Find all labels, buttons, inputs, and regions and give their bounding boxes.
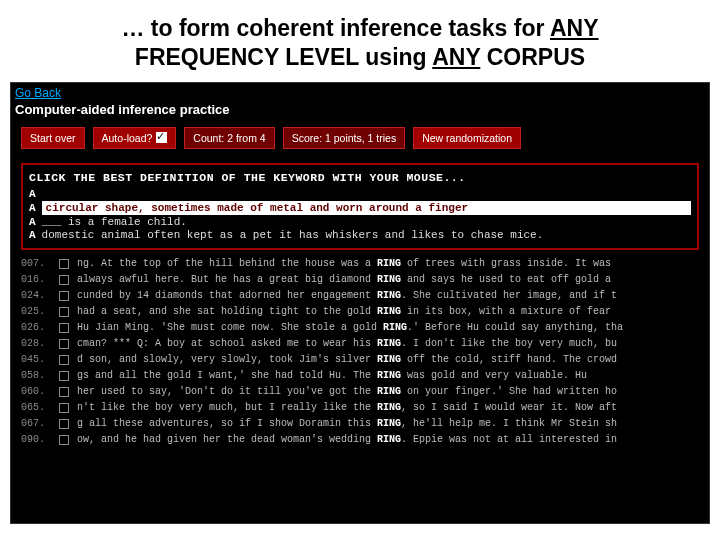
title-text-3: CORPUS (480, 44, 585, 70)
definition-option[interactable]: A (29, 188, 691, 200)
keyword: RING (377, 370, 401, 381)
line-checkbox[interactable] (59, 419, 69, 429)
definition-marker: A (29, 202, 36, 214)
concordance-row: 090.ow, and he had given her the dead wo… (21, 432, 699, 448)
line-checkbox[interactable] (59, 435, 69, 445)
line-checkbox[interactable] (59, 275, 69, 285)
line-number: 028. (21, 336, 51, 352)
concordance-row: 067.g all these adventures, so if I show… (21, 416, 699, 432)
definition-panel: CLICK THE BEST DEFINITION OF THE KEYWORD… (21, 163, 699, 250)
line-checkbox[interactable] (59, 339, 69, 349)
concordance-row: 065.n't like the boy very much, but I re… (21, 400, 699, 416)
score-display: Score: 1 points, 1 tries (283, 127, 405, 149)
definition-option[interactable]: Acircular shape, sometimes made of metal… (29, 201, 691, 215)
line-number: 016. (21, 272, 51, 288)
line-number: 007. (21, 256, 51, 272)
line-checkbox[interactable] (59, 355, 69, 365)
line-checkbox[interactable] (59, 403, 69, 413)
line-checkbox[interactable] (59, 291, 69, 301)
concordance-list: 007.ng. At the top of the hill behind th… (21, 256, 699, 448)
keyword: RING (377, 402, 401, 413)
auto-load-label: Auto-load? (102, 132, 153, 144)
definition-text: ___ is a female child. (42, 216, 187, 228)
line-number: 026. (21, 320, 51, 336)
concordance-row: 045.d son, and slowly, very slowly, took… (21, 352, 699, 368)
title-underline-1: ANY (550, 15, 599, 41)
line-checkbox[interactable] (59, 259, 69, 269)
concordance-row: 026.Hu Jian Ming. 'She must come now. Sh… (21, 320, 699, 336)
definition-marker: A (29, 188, 36, 200)
concordance-text: always awful here. But he has a great bi… (77, 272, 611, 288)
concordance-text: her used to say, 'Don't do it till you'v… (77, 384, 617, 400)
line-number: 065. (21, 400, 51, 416)
toolbar: Start over Auto-load? Count: 2 from 4 Sc… (11, 123, 709, 157)
definition-marker: A (29, 229, 36, 241)
go-back-link[interactable]: Go Back (11, 83, 65, 101)
line-number: 060. (21, 384, 51, 400)
keyword: RING (377, 306, 401, 317)
concordance-row: 025. had a seat, and she sat holding tig… (21, 304, 699, 320)
line-number: 067. (21, 416, 51, 432)
keyword: RING (377, 338, 401, 349)
keyword: RING (383, 322, 407, 333)
definition-text: domestic animal often kept as a pet it h… (42, 229, 544, 241)
line-number: 090. (21, 432, 51, 448)
checkbox-icon[interactable] (156, 132, 167, 143)
concordance-text: n't like the boy very much, but I really… (77, 400, 617, 416)
title-text: … to form coherent inference tasks for (121, 15, 550, 41)
app-window: Go Back Computer-aided inference practic… (10, 82, 710, 524)
concordance-text: cman? *** Q: A boy at school asked me to… (77, 336, 617, 352)
keyword: RING (377, 290, 401, 301)
instruction-text: CLICK THE BEST DEFINITION OF THE KEYWORD… (29, 171, 691, 184)
concordance-text: ow, and he had given her the dead woman'… (77, 432, 617, 448)
count-display: Count: 2 from 4 (184, 127, 274, 149)
line-checkbox[interactable] (59, 371, 69, 381)
concordance-text: d son, and slowly, very slowly, took Jim… (77, 352, 617, 368)
start-over-button[interactable]: Start over (21, 127, 85, 149)
concordance-text: cunded by 14 diamonds that adorned her e… (77, 288, 617, 304)
concordance-row: 058.gs and all the gold I want,' she had… (21, 368, 699, 384)
new-randomization-button[interactable]: New randomization (413, 127, 521, 149)
keyword: RING (377, 354, 401, 365)
keyword: RING (377, 386, 401, 397)
definition-text: circular shape, sometimes made of metal … (42, 201, 691, 215)
app-title: Computer-aided inference practice (11, 101, 709, 123)
concordance-text: ng. At the top of the hill behind the ho… (77, 256, 611, 272)
definition-marker: A (29, 216, 36, 228)
concordance-text: g all these adventures, so if I show Dor… (77, 416, 617, 432)
title-text-2: FREQUENCY LEVEL using (135, 44, 432, 70)
concordance-text: Hu Jian Ming. 'She must come now. She st… (77, 320, 623, 336)
keyword: RING (377, 434, 401, 445)
keyword: RING (377, 274, 401, 285)
title-underline-2: ANY (432, 44, 480, 70)
concordance-row: 028.cman? *** Q: A boy at school asked m… (21, 336, 699, 352)
line-number: 058. (21, 368, 51, 384)
concordance-row: 007.ng. At the top of the hill behind th… (21, 256, 699, 272)
line-checkbox[interactable] (59, 387, 69, 397)
line-checkbox[interactable] (59, 323, 69, 333)
line-number: 045. (21, 352, 51, 368)
line-number: 024. (21, 288, 51, 304)
concordance-row: 024.cunded by 14 diamonds that adorned h… (21, 288, 699, 304)
line-checkbox[interactable] (59, 307, 69, 317)
keyword: RING (377, 258, 401, 269)
auto-load-toggle[interactable]: Auto-load? (93, 127, 177, 149)
concordance-text: gs and all the gold I want,' she had tol… (77, 368, 587, 384)
keyword: RING (377, 418, 401, 429)
slide-title: … to form coherent inference tasks for A… (0, 0, 720, 82)
definition-option[interactable]: Adomestic animal often kept as a pet it … (29, 229, 691, 241)
definition-option[interactable]: A ___ is a female child. (29, 216, 691, 228)
line-number: 025. (21, 304, 51, 320)
concordance-text: had a seat, and she sat holding tight to… (77, 304, 611, 320)
concordance-row: 016.always awful here. But he has a grea… (21, 272, 699, 288)
concordance-row: 060.her used to say, 'Don't do it till y… (21, 384, 699, 400)
